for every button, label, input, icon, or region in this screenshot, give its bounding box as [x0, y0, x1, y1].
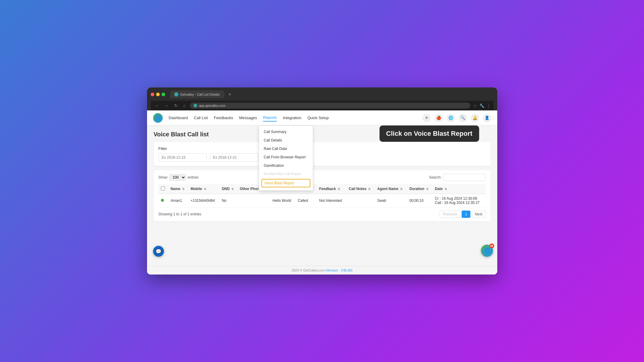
- th-duration[interactable]: Duration ⇅: [407, 184, 432, 194]
- close-button[interactable]: [151, 93, 154, 96]
- tooltip-text: Click on Voice Blast Report: [386, 130, 473, 137]
- dropdown-raw-call-data[interactable]: Raw Call Data: [259, 144, 313, 153]
- table-controls: Show 100 25 50 entries Search:: [159, 174, 486, 181]
- footer-version[interactable]: (Version - V36.00): [326, 268, 353, 272]
- filter-label: Filter: [159, 146, 486, 151]
- bookmark-icon[interactable]: ☆: [473, 103, 477, 108]
- page-content: Voice Blast Call list Filter Search Show…: [147, 125, 497, 266]
- addressbar: ← → ↻ ⌂ app.getcalley.com ☆ 🔧 ⋮: [151, 101, 494, 110]
- th-agent-name[interactable]: Agent Name ⇅: [375, 184, 407, 194]
- dropdown-gamification[interactable]: Gamification: [259, 161, 313, 170]
- table-header-row: Name ⇅ Mobile ⇅ DND ⇅ Other Phone ⇅ Note…: [159, 184, 486, 194]
- row-dnd: No: [219, 194, 237, 208]
- showing-text: Showing 1 to 1 of 1 entries: [159, 212, 201, 216]
- nav-integration[interactable]: Integration: [283, 114, 301, 121]
- date-to-input[interactable]: [210, 153, 258, 162]
- show-label: Show: [159, 175, 168, 179]
- footer-copyright: 2024 © GetCalley.com: [292, 268, 325, 272]
- browser-tab[interactable]: Getcalley - Call List Details: [170, 91, 224, 98]
- reports-dropdown: Call Summary Call Details Raw Call Data …: [259, 125, 313, 191]
- row-status-dot: [159, 194, 168, 208]
- data-table: Name ⇅ Mobile ⇅ DND ⇅ Other Phone ⇅ Note…: [159, 184, 486, 208]
- brand-icon: 🌀: [155, 115, 161, 121]
- address-box[interactable]: app.getcalley.com: [190, 103, 470, 109]
- minimize-button[interactable]: [156, 93, 160, 96]
- address-text: app.getcalley.com: [199, 104, 226, 107]
- entries-label: entries: [188, 175, 199, 179]
- refresh-button[interactable]: ↻: [173, 103, 179, 109]
- select-all-checkbox[interactable]: [161, 186, 165, 190]
- next-button[interactable]: Next: [472, 211, 486, 218]
- nav-icon-globe[interactable]: 🌐: [447, 114, 455, 122]
- nav-dashboard[interactable]: Dashboard: [169, 114, 188, 121]
- nav-reports[interactable]: Reports: [263, 114, 277, 122]
- th-feedback[interactable]: Feedback ⇅: [317, 184, 346, 194]
- row-other-phone: [237, 194, 270, 208]
- dropdown-voice-blast[interactable]: Voice Blast Report: [261, 179, 310, 187]
- entries-select[interactable]: 100 25 50: [169, 174, 186, 181]
- traffic-lights: [151, 93, 165, 96]
- show-entries: Show 100 25 50 entries: [159, 174, 199, 181]
- table-search-input[interactable]: [444, 174, 486, 181]
- menu-icon[interactable]: ⋮: [487, 103, 491, 108]
- date-from-input[interactable]: [159, 153, 207, 162]
- th-checkbox: [159, 184, 168, 194]
- navbar-brand: 🌀: [153, 113, 163, 123]
- nav-right-icons: ☀ 🍎 🌐 🔍 🔔 👤: [422, 114, 491, 122]
- th-name[interactable]: Name ⇅: [168, 184, 188, 194]
- row-mobile: +13156440484: [188, 194, 219, 208]
- dropdown-call-details[interactable]: Call Details: [259, 136, 313, 144]
- maximize-button[interactable]: [162, 93, 165, 96]
- nav-feedbacks[interactable]: Feedbacks: [214, 114, 233, 121]
- table-row: Aman1 +13156440484 No Hello World Called…: [159, 194, 486, 208]
- nav-icon-1[interactable]: ☀: [422, 114, 431, 122]
- filter-section: Filter Search: [154, 142, 491, 166]
- new-tab-button[interactable]: +: [229, 92, 231, 97]
- logo-widget[interactable]: 🌀 48: [481, 245, 493, 257]
- back-button[interactable]: ←: [154, 103, 160, 109]
- row-call-notes: [346, 194, 375, 208]
- logo-icon: 🌀: [484, 247, 490, 254]
- chat-icon: 💬: [155, 249, 162, 254]
- th-date[interactable]: Date ⇅: [432, 184, 485, 194]
- home-button[interactable]: ⌂: [182, 103, 187, 109]
- dropdown-enrolled-way[interactable]: Enrolled Way Call Report: [259, 170, 313, 178]
- app-footer: 2024 © GetCalley.com (Version - V36.00): [147, 266, 497, 275]
- nav-messages[interactable]: Messages: [239, 114, 257, 121]
- titlebar: Getcalley - Call List Details +: [151, 91, 494, 98]
- date-cr: Cr : 16 Aug 2024 12:30:06: [435, 196, 483, 201]
- dropdown-call-from-browser[interactable]: Call From Browser Report: [259, 153, 313, 161]
- nav-icon-user[interactable]: 👤: [483, 114, 491, 122]
- date-call: Call : 16 Aug 2024 12:35:27: [435, 201, 483, 205]
- filter-row: Search: [159, 153, 486, 162]
- extensions-icon[interactable]: 🔧: [479, 103, 484, 108]
- nav-items: Dashboard Call List Feedbacks Messages R…: [169, 114, 422, 122]
- nav-quick-setup[interactable]: Quick Setup: [307, 114, 329, 121]
- app-content: 🌀 Dashboard Call List Feedbacks Messages…: [147, 110, 497, 275]
- nav-call-list[interactable]: Call List: [194, 114, 208, 121]
- search-box: Search:: [429, 174, 485, 181]
- row-status: Called: [295, 194, 317, 208]
- nav-icon-search[interactable]: 🔍: [459, 114, 467, 122]
- notification-badge: 48: [489, 243, 494, 248]
- nav-icon-apple[interactable]: 🍎: [434, 114, 443, 122]
- th-mobile[interactable]: Mobile ⇅: [188, 184, 219, 194]
- dropdown-call-summary[interactable]: Call Summary: [259, 128, 313, 136]
- tab-favicon: [174, 92, 178, 97]
- th-dnd[interactable]: DND ⇅: [219, 184, 237, 194]
- page-1-button[interactable]: 1: [462, 211, 470, 218]
- previous-button[interactable]: Previous: [440, 211, 460, 218]
- tooltip-overlay: Click on Voice Blast Report: [380, 125, 479, 142]
- th-call-notes[interactable]: Call Notes ⇅: [346, 184, 375, 194]
- row-duration: 00:00:10: [407, 194, 432, 208]
- address-favicon: [194, 104, 197, 107]
- chat-widget[interactable]: 💬: [153, 246, 164, 257]
- search-label: Search:: [429, 175, 441, 179]
- browser-chrome: Getcalley - Call List Details + ← → ↻ ⌂ …: [147, 87, 497, 110]
- tab-label: Getcalley - Call List Details: [180, 93, 220, 96]
- row-date: Cr : 16 Aug 2024 12:30:06 Call : 16 Aug …: [432, 194, 485, 208]
- nav-icon-bell[interactable]: 🔔: [471, 114, 479, 122]
- table-section: Show 100 25 50 entries Search:: [154, 170, 491, 221]
- row-notes: Hello World: [270, 194, 295, 208]
- forward-button[interactable]: →: [163, 103, 170, 109]
